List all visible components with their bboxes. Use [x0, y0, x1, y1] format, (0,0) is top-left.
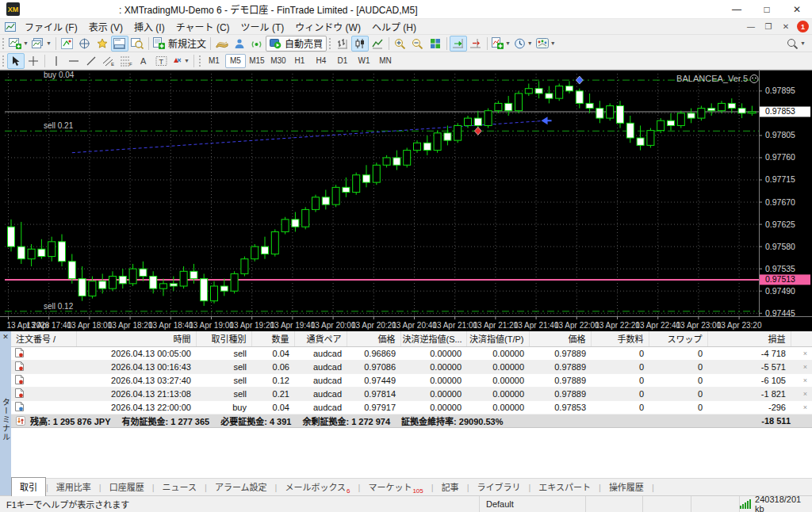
status-help-text: F1キーでヘルプが表示されます [0, 496, 480, 512]
menu-item-0[interactable]: ファイル (F) [19, 18, 83, 35]
signals-button[interactable] [248, 36, 266, 52]
zoom-in-button[interactable] [392, 36, 409, 52]
line-chart-button[interactable] [369, 36, 386, 52]
tab-3[interactable]: ニュース [155, 478, 205, 495]
tab-5[interactable]: メールボックス6 [277, 478, 358, 495]
column-header-6[interactable]: 決済逆指値(S... [400, 331, 466, 346]
close-order-button[interactable]: × [791, 346, 812, 360]
toolbar-grip[interactable] [2, 55, 5, 67]
terminal-close-icon[interactable]: ✕ [2, 331, 9, 342]
timeframe-m1[interactable]: M1 [204, 54, 224, 68]
terminal-toggle[interactable] [111, 36, 128, 52]
column-header-3[interactable]: 数量 [251, 331, 294, 346]
column-header-4[interactable]: 通貨ペア [294, 331, 347, 346]
menu-item-3[interactable]: チャート (C) [170, 18, 236, 35]
new-chart-button[interactable]: ▼ [7, 36, 30, 52]
horizontal-line-tool[interactable] [65, 53, 82, 69]
candle-body [607, 106, 614, 119]
auto-scroll-toggle[interactable] [450, 36, 467, 52]
order-row[interactable]: 2026.04.13 03:27:40sell0.12audcad0.97449… [11, 373, 812, 387]
templates-button[interactable]: ▼ [534, 36, 557, 52]
label-tool[interactable]: T [152, 53, 170, 69]
market-watch-toggle[interactable] [59, 36, 76, 52]
candle-body [282, 220, 289, 232]
tab-8[interactable]: ライブラリ [469, 478, 528, 495]
navigator-toggle[interactable] [94, 36, 111, 52]
tile-windows-button[interactable] [427, 36, 444, 52]
trendline-tool[interactable] [82, 53, 100, 69]
timeframe-h4[interactable]: H4 [311, 54, 331, 68]
candlestick-button[interactable] [351, 36, 369, 52]
close-order-button[interactable]: × [791, 400, 812, 414]
community-button[interactable] [231, 36, 248, 52]
tab-10[interactable]: 操作履歴 [601, 478, 652, 495]
minimize-button[interactable]: — [722, 0, 752, 18]
fibonacci-tool[interactable]: F [117, 53, 135, 69]
tab-0-active[interactable]: 取引 [11, 477, 46, 496]
search-button[interactable]: ▼ [785, 36, 807, 52]
tab-2[interactable]: 口座履歴 [102, 478, 152, 495]
timeframe-mn[interactable]: MN [375, 54, 396, 68]
column-header-1[interactable]: 時間 [76, 331, 196, 346]
text-tool[interactable]: A [135, 53, 152, 69]
channel-tool[interactable]: E [100, 53, 117, 69]
column-header-2[interactable]: 取引種別 [196, 331, 251, 346]
timeframe-m5[interactable]: M5 [225, 54, 246, 68]
column-header-10[interactable]: スワップ [649, 331, 707, 346]
periods-button[interactable]: ▼ [512, 36, 534, 52]
order-row[interactable]: 2026.04.13 00:05:00sell0.04audcad0.96869… [11, 346, 812, 360]
arrows-tool[interactable]: ▼ [170, 53, 191, 69]
close-order-button[interactable]: × [791, 373, 812, 387]
status-profile[interactable]: Default [480, 496, 586, 512]
tab-1[interactable]: 運用比率 [48, 478, 99, 495]
tab-7[interactable]: 記事 [434, 478, 467, 495]
cell-volume: 0.21 [251, 387, 294, 400]
column-header-7[interactable]: 決済指値(T/P) [466, 331, 529, 346]
cursor-tool[interactable] [7, 53, 25, 69]
menu-item-1[interactable]: 表示 (V) [83, 18, 128, 35]
auto-trading-button[interactable]: 自動売買 [266, 36, 327, 52]
tab-badge: 6 [347, 487, 350, 495]
timeframe-h1[interactable]: H1 [289, 54, 310, 68]
tab-9[interactable]: エキスパート [530, 478, 599, 495]
child-restore-icon[interactable]: ❐ [762, 22, 775, 31]
crosshair-tool[interactable] [25, 53, 42, 69]
menu-item-2[interactable]: 挿入 (I) [128, 18, 170, 35]
child-minimize-icon[interactable]: — [745, 22, 757, 31]
tab-6[interactable]: マーケット105 [360, 478, 431, 495]
indicators-button[interactable]: ▼ [490, 36, 512, 52]
column-header-8[interactable]: 価格 [529, 331, 591, 346]
timeframe-m15[interactable]: M15 [247, 54, 267, 68]
order-row[interactable]: 2026.04.13 00:16:43sell0.06audcad0.97086… [11, 360, 812, 373]
vertical-line-tool[interactable] [48, 53, 65, 69]
tab-4[interactable]: アラーム設定 [207, 478, 275, 495]
order-row[interactable]: 2026.04.13 22:00:00buy0.04audcad0.979170… [11, 400, 812, 414]
column-header-order[interactable]: 注文番号 / [11, 331, 76, 346]
new-order-button[interactable]: 新規注文 [151, 36, 208, 52]
bar-chart-button[interactable] [334, 36, 351, 52]
menu-item-5[interactable]: ウィンドウ (W) [289, 18, 366, 35]
timeframe-d1[interactable]: D1 [332, 54, 353, 68]
toolbar-grip[interactable] [2, 38, 5, 49]
data-window-toggle[interactable] [76, 36, 94, 52]
timeframe-w1[interactable]: W1 [354, 54, 374, 68]
chart-canvas[interactable]: buy 0.04sell 0.21sell 0.120.978950.97805… [0, 71, 812, 332]
chart-shift-toggle[interactable] [467, 36, 485, 52]
notification-badge[interactable]: 1 [797, 21, 809, 32]
zoom-out-button[interactable] [409, 36, 427, 52]
order-row[interactable]: 2026.04.13 21:13:08sell0.21audcad0.97814… [11, 387, 812, 400]
child-close-icon[interactable]: ✕ [779, 22, 792, 31]
metaeditor-button[interactable] [213, 36, 231, 52]
close-button[interactable]: ✕ [782, 0, 812, 18]
maximize-button[interactable]: □ [752, 0, 782, 18]
menu-item-4[interactable]: ツール (T) [236, 18, 290, 35]
timeframe-m30[interactable]: M30 [268, 54, 289, 68]
menu-item-6[interactable]: ヘルプ (H) [366, 18, 422, 35]
close-order-button[interactable]: × [791, 387, 812, 400]
profiles-button[interactable]: ▼ [30, 36, 53, 52]
column-header-11[interactable]: 損益 [707, 331, 791, 346]
column-header-9[interactable]: 手数料 [591, 331, 649, 346]
column-header-5[interactable]: 価格 [347, 331, 400, 346]
strategy-tester-toggle[interactable] [128, 36, 146, 52]
close-order-button[interactable]: × [791, 360, 812, 373]
